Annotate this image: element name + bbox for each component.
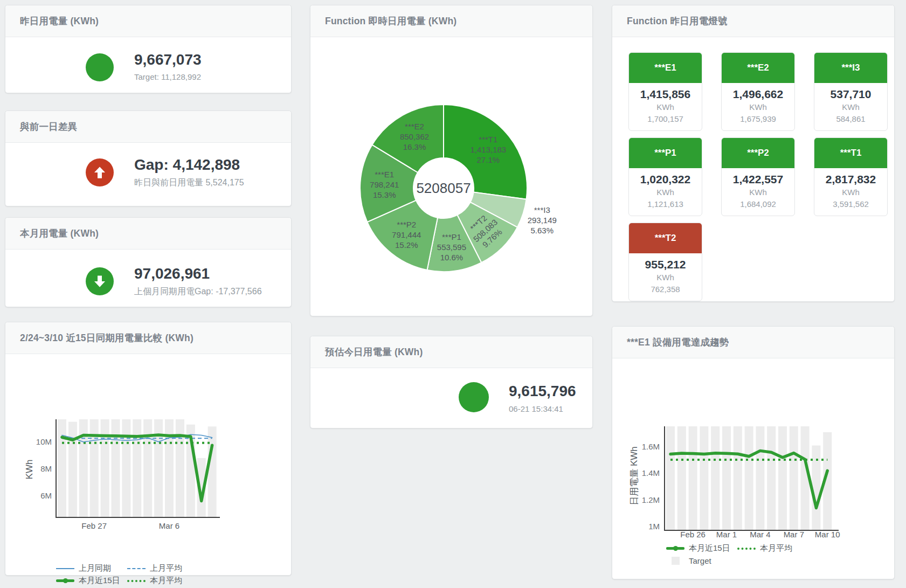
legend-row: 上月同期上月平均 (56, 562, 198, 575)
legend-item[interactable]: 上月同期 (56, 563, 127, 573)
target-bar (722, 426, 731, 530)
tile-header: ***E2 (722, 53, 794, 83)
tile-header: ***P1 (629, 138, 702, 168)
tile-value: 2,817,832 (815, 172, 886, 186)
light-tile-P1: ***P11,020,322KWh1,121,613 (628, 137, 702, 216)
month-usage-value: 97,026,961 (134, 266, 210, 282)
y-tick-label: 1.6M (642, 442, 660, 451)
y-axis-title: KWh (24, 460, 34, 480)
tile-body: 1,496,662KWh1,675,939 (722, 83, 794, 130)
legend-label: 本月近15日 (79, 576, 120, 586)
card-realtime-donut: Function 即時日用電量 (KWh) ***T11,413,18327.1… (310, 5, 593, 316)
card-usage-lights: Function 昨日用電燈號 ***E11,415,856KWh1,700,1… (612, 5, 895, 302)
legend-label: 本月平均 (760, 543, 792, 554)
legend-swatch-line (56, 568, 74, 569)
estimate-today-value: 9,615,796 (509, 383, 576, 399)
card-title: 昨日用電量 (KWh) (20, 15, 99, 27)
x-tick-label: Mar 4 (750, 530, 770, 539)
card-header: Function 即時日用電量 (KWh) (310, 5, 592, 37)
target-bar (666, 426, 675, 530)
tile-body: 1,415,856KWh1,700,157 (629, 83, 702, 130)
legend-item[interactable]: 上月平均 (127, 563, 198, 573)
legend-label: 本月近15日 (689, 543, 730, 554)
card-title: Function 即時日用電量 (KWh) (325, 15, 457, 27)
light-tile-I3: ***I3537,710KWh584,861 (814, 52, 888, 131)
lights-tiles-grid: ***E11,415,856KWh1,700,157***E21,496,662… (628, 52, 888, 301)
legend-label: 上月同期 (79, 563, 111, 573)
tile-body: 1,020,322KWh1,121,613 (629, 168, 702, 216)
card-title: 本月用電量 (KWh) (20, 227, 99, 240)
x-tick-label: Feb 26 (680, 530, 706, 539)
tile-unit: KWh (630, 186, 701, 198)
tile-value: 955,212 (630, 258, 701, 272)
tile-target: 762,358 (630, 283, 701, 295)
legend-swatch-thick (56, 579, 74, 582)
month-usage-gap: 上個月同期用電Gap: -17,377,566 (134, 286, 262, 296)
y-tick-label: 1.4M (642, 468, 660, 478)
target-bar (58, 419, 66, 517)
x-tick-label: Mar 10 (815, 530, 840, 539)
donut-slice-label: ***I3293,1495.63% (528, 205, 557, 235)
tile-unit: KWh (723, 101, 793, 113)
status-circle-green (459, 382, 489, 412)
target-bar (165, 419, 174, 517)
arrow-up-icon (92, 164, 108, 181)
dashboard: 昨日用電量 (KWh) 9,667,073 Target: 11,128,992… (0, 0, 906, 588)
legend-row: 本月近15日本月平均 (56, 575, 198, 587)
light-tile-E2: ***E21,496,662KWh1,675,939 (721, 52, 795, 131)
target-bar (133, 419, 141, 517)
card-header: 預估今日用電量 (KWh) (310, 336, 592, 368)
legend-item[interactable]: 本月平均 (737, 543, 808, 554)
tile-unit: KWh (723, 186, 793, 198)
tile-target: 584,861 (815, 113, 886, 125)
light-tile-T1: ***T12,817,832KWh3,591,562 (814, 137, 888, 216)
target-bar (68, 422, 77, 517)
legend-item[interactable]: 本月平均 (127, 576, 198, 586)
y-tick-label: 6M (40, 491, 52, 500)
card-title: Function 昨日用電燈號 (627, 15, 728, 27)
tile-unit: KWh (815, 101, 886, 113)
yesterday-usage-value: 9,667,073 (134, 52, 202, 68)
y-tick-label: 1.2M (642, 495, 660, 504)
target-bar (112, 419, 120, 517)
legend-item[interactable]: 本月近15日 (56, 576, 127, 586)
compare15-legend: 上月同期上月平均本月近15日本月平均Target (56, 562, 198, 588)
y-tick-label: 8M (40, 464, 52, 473)
card-header: 昨日用電量 (KWh) (5, 5, 291, 37)
legend-swatch-thick (666, 547, 684, 550)
legend-item[interactable]: 本月近15日 (666, 543, 737, 554)
target-bar (208, 426, 217, 517)
light-tile-T2: ***T2955,212KWh762,358 (628, 223, 702, 301)
tile-value: 1,496,662 (723, 87, 793, 101)
tile-header: ***T2 (629, 223, 702, 253)
card-estimate-today: 預估今日用電量 (KWh) 9,615,796 06-21 15:34:41 (310, 336, 593, 428)
target-bar (711, 426, 720, 530)
target-bar (745, 426, 753, 530)
target-bar (700, 426, 708, 530)
legend-label: 本月平均 (150, 576, 182, 586)
card-title: ***E1 設備用電達成趨勢 (627, 336, 729, 349)
legend-swatch-dot (737, 548, 756, 550)
y-tick-label: 1M (648, 522, 660, 531)
tile-body: 537,710KWh584,861 (814, 83, 887, 130)
legend-row: Target (666, 555, 808, 567)
tile-unit: KWh (630, 272, 701, 283)
card-header: 2/24~3/10 近15日同期用電量比較 (KWh) (5, 322, 291, 354)
tile-target: 1,675,939 (723, 113, 793, 125)
target-bar (767, 426, 776, 530)
tile-target: 1,121,613 (630, 198, 701, 210)
tile-value: 1,422,557 (723, 172, 793, 186)
y-axis-title: 日用電量 KWh (629, 446, 639, 506)
legend-item[interactable]: Target (666, 556, 737, 565)
x-tick-label: Mar 7 (784, 530, 804, 539)
target-bar (812, 446, 820, 530)
arrow-down-icon (92, 273, 108, 289)
gap-value: Gap: 4,142,898 (134, 157, 240, 173)
light-tile-E1: ***E11,415,856KWh1,700,157 (628, 52, 702, 131)
tile-target: 1,684,092 (723, 198, 793, 210)
target-bar (689, 426, 697, 530)
legend-swatch-dot (127, 580, 146, 582)
e1-trend-legend: 本月近15日本月平均Target (666, 542, 808, 567)
tile-value: 1,415,856 (630, 87, 701, 101)
target-bar (101, 419, 109, 517)
